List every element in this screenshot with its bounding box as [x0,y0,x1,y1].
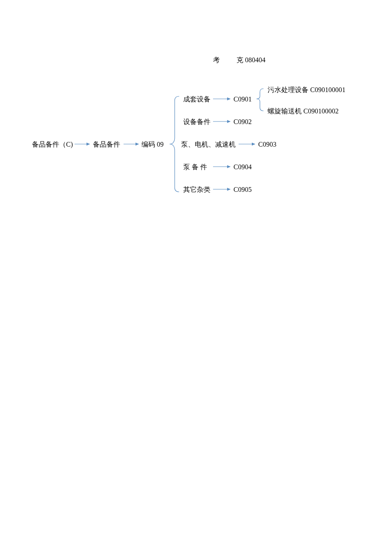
branch-equip-parts-code: C0902 [233,117,252,127]
node-spare-parts: 备品备件 [93,140,120,149]
diagram-canvas: 考 克 080404 备品备件（C) 备品备件 编码 09 成套设备 C0901… [0,0,392,555]
leaf-sewage-label: 污水处理设备 [268,86,308,93]
branch-complete-set-label: 成套设备 [183,95,210,104]
branch-equip-parts-label: 设备备件 [183,117,210,127]
branch-pump-motor-code: C0903 [258,140,277,149]
branch-pump-parts-code: C0904 [233,162,252,172]
branch-pump-parts-label: 泵 备 件 [183,162,207,172]
branch-complete-set-code: C0901 [233,95,252,104]
branch-other-misc-label: 其它杂类 [183,185,210,194]
header-kao: 考 [213,55,220,65]
branch-other-misc-code: C0905 [233,185,252,194]
node-spare-parts-c: 备品备件（C) [32,140,73,149]
leaf-screw: 螺旋输送机 C090100002 [268,107,339,116]
node-code09: 编码 09 [141,140,164,149]
branch-pump-motor-label: 泵、电机、减速机 [181,140,236,149]
leaf-sewage-code: C090100001 [310,86,346,93]
header-ke-code: 克 080404 [236,55,265,65]
leaf-screw-code: C090100002 [303,107,339,115]
connector-overlay [0,0,392,555]
leaf-sewage: 污水处理设备 C090100001 [268,85,346,95]
leaf-screw-label: 螺旋输送机 [268,107,302,115]
